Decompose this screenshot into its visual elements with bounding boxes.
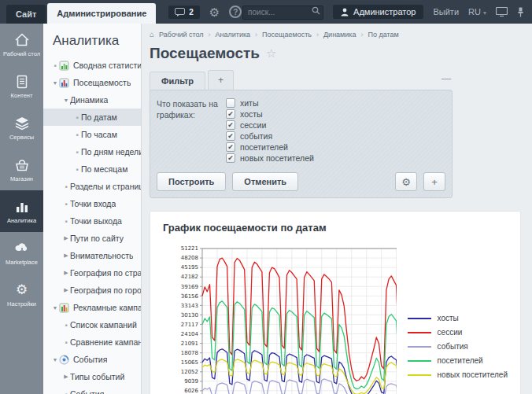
rail-item-marketplace[interactable]: Marketplace — [0, 232, 43, 274]
sidebar-item-label: Пути по сайту — [70, 234, 124, 243]
breadcrumb-item-1[interactable]: Аналитика — [216, 31, 251, 39]
sidebar-item-события[interactable]: ■События — [43, 385, 141, 394]
filter-collapse-button[interactable]: — — [441, 73, 451, 84]
breadcrumb-item-0[interactable]: Рабочий стол — [159, 31, 204, 39]
triangle-right-icon[interactable]: ▶ — [62, 235, 70, 241]
pin-icon[interactable] — [517, 7, 524, 17]
breadcrumb-separator: › — [316, 31, 319, 39]
breadcrumb-item-3[interactable]: Динамика — [323, 31, 356, 39]
sidebar-item-точки-выхода[interactable]: ■Точки выхода — [43, 212, 141, 230]
sidebar-item-сводная-статистика[interactable]: ■Сводная статистика — [43, 57, 141, 74]
sidebar-item-label: По дням недели — [81, 147, 141, 156]
ad-campaigns-icon — [59, 303, 71, 313]
svg-text:9039: 9039 — [184, 378, 198, 385]
rail-item-label: Сервисы — [9, 134, 34, 141]
rail-item-аналитика[interactable]: Аналитика — [0, 190, 43, 232]
sidebar-menu: ■Сводная статистика▼Посещаемость▼Динамик… — [43, 57, 141, 394]
breadcrumb-home-icon[interactable]: ⌂ — [150, 30, 154, 39]
triangle-down-icon[interactable]: ▼ — [62, 98, 70, 103]
breadcrumb-item-2[interactable]: Посещаемость — [262, 31, 312, 39]
filter-tab[interactable]: Фильтр — [150, 72, 205, 90]
svg-text:12052: 12052 — [181, 369, 198, 375]
desktop-icon[interactable] — [496, 7, 508, 17]
legend-swatch — [408, 374, 431, 376]
rail-item-сервисы[interactable]: Сервисы — [0, 107, 43, 149]
legend-swatch — [408, 332, 431, 333]
language-selector[interactable]: RU ▾ — [468, 7, 486, 17]
home-icon — [14, 32, 30, 48]
filter-option-label: сессии — [240, 120, 266, 130]
filter-add-button[interactable]: + — [423, 172, 445, 191]
events-icon — [59, 355, 71, 365]
triangle-down-icon[interactable]: ▼ — [51, 357, 59, 363]
legend-swatch — [408, 360, 431, 362]
checkbox-checked[interactable]: ✔ — [226, 120, 235, 130]
sidebar-item-по-месяцам[interactable]: ■По месяцам — [43, 160, 141, 178]
sidebar-item-по-часам[interactable]: ■По часам — [43, 126, 141, 143]
sidebar-item-по-дням-недели[interactable]: ■По дням недели — [43, 143, 141, 160]
settings-top-icon[interactable]: ⚙ — [209, 6, 220, 18]
sidebar-item-пути-по-сайту[interactable]: ▶Пути по сайту — [43, 230, 141, 247]
help-icon[interactable]: ? — [229, 6, 242, 18]
triangle-right-icon[interactable]: ▶ — [62, 374, 70, 380]
favorite-star-icon[interactable]: ☆ — [266, 46, 276, 61]
triangle-right-icon[interactable]: ▶ — [62, 287, 70, 293]
sidebar-item-типы-событий[interactable]: ▶Типы событий — [43, 368, 141, 385]
sidebar-item-внимательность[interactable]: ▶Внимательность — [43, 247, 141, 264]
sidebar-item-точки-входа[interactable]: ■Точки входа — [43, 195, 141, 212]
rail-item-label: Marketplace — [6, 259, 38, 266]
topbar-right: Администратор Выйти RU ▾ — [242, 0, 532, 24]
chart-panel: График посещаемости по датам 03013602690… — [150, 211, 521, 394]
legend-label: хосты — [438, 314, 459, 322]
triangle-down-icon[interactable]: ▼ — [51, 80, 59, 86]
rail-item-label: Контент — [11, 92, 33, 99]
sidebar-item-рекламные-кампании[interactable]: ▼Рекламные кампании — [43, 299, 141, 316]
chart-area: 0301360269039120521506518078210912410427… — [163, 245, 508, 394]
checkbox-checked[interactable]: ✔ — [226, 153, 235, 163]
legend-label: сессии — [438, 328, 463, 337]
logout-link[interactable]: Выйти — [433, 7, 459, 17]
filter-actions: Построить Отменить ⚙ + — [157, 172, 445, 191]
user-menu-button[interactable]: Администратор — [333, 5, 423, 19]
page-title: Посещаемость — [150, 45, 260, 62]
filter-tabs: Фильтр + — [150, 70, 453, 90]
topbar: СайтАдминистрирование 2 ⚙ ? — [0, 0, 532, 24]
sidebar-item-посещаемость[interactable]: ▼Посещаемость — [43, 74, 141, 91]
sidebar-item-список-кампаний[interactable]: ■Список кампаний — [43, 316, 141, 333]
checkbox-checked[interactable]: ✔ — [226, 142, 235, 152]
legend-item-новых-посетителей: новых посетителей — [408, 370, 508, 379]
cancel-button[interactable]: Отменить — [232, 172, 298, 191]
bullet-icon: ■ — [73, 149, 81, 154]
add-filter-tab-button[interactable]: + — [208, 70, 234, 90]
checkbox-checked[interactable]: ✔ — [226, 131, 235, 141]
sidebar-item-география-по-городам[interactable]: ▶География по городам — [43, 282, 141, 299]
topbar-tab-1[interactable]: Администрирование — [47, 3, 156, 24]
checkbox-checked[interactable]: ✔ — [226, 109, 235, 119]
rail-item-магазин[interactable]: Магазин — [0, 149, 43, 190]
rail-item-контент[interactable]: Контент — [0, 65, 43, 107]
sidebar-item-по-датам[interactable]: ■По датам — [43, 109, 141, 126]
sidebar-item-label: Сводная статистика — [73, 61, 141, 70]
legend-item-хосты: хосты — [408, 314, 508, 322]
sidebar-item-события[interactable]: ▼События — [43, 351, 141, 368]
rail-item-рабочий-стол[interactable]: Рабочий стол — [0, 24, 43, 65]
main-layout: Рабочий столКонтентСервисыМагазинАналити… — [0, 24, 532, 394]
svg-text:21091: 21091 — [181, 341, 198, 347]
triangle-right-icon[interactable]: ▶ — [62, 252, 70, 259]
rail-item-label: Рабочий стол — [3, 50, 40, 57]
build-button[interactable]: Построить — [157, 172, 226, 191]
checkbox-unchecked[interactable] — [226, 98, 235, 108]
sidebar-item-label: По датам — [81, 112, 117, 122]
notifications-button[interactable]: 2 — [168, 6, 200, 19]
rail-item-настройки[interactable]: ⚙Настройки — [0, 274, 43, 315]
sidebar-item-география-по-странам[interactable]: ▶География по странам — [43, 264, 141, 282]
sidebar-item-сравнение-кампаний[interactable]: ■Сравнение кампаний — [43, 333, 141, 351]
filter-settings-button[interactable]: ⚙ — [395, 172, 417, 191]
sidebar-item-label: События — [73, 355, 107, 364]
sidebar-item-разделы-и-страницы[interactable]: ■Разделы и страницы — [43, 178, 141, 195]
sidebar-item-динамика[interactable]: ▼Динамика — [43, 91, 141, 109]
triangle-down-icon[interactable]: ▼ — [51, 305, 59, 311]
triangle-right-icon[interactable]: ▶ — [62, 270, 70, 276]
topbar-tab-0[interactable]: Сайт — [6, 5, 46, 24]
breadcrumb-item-4[interactable]: По датам — [368, 31, 398, 39]
